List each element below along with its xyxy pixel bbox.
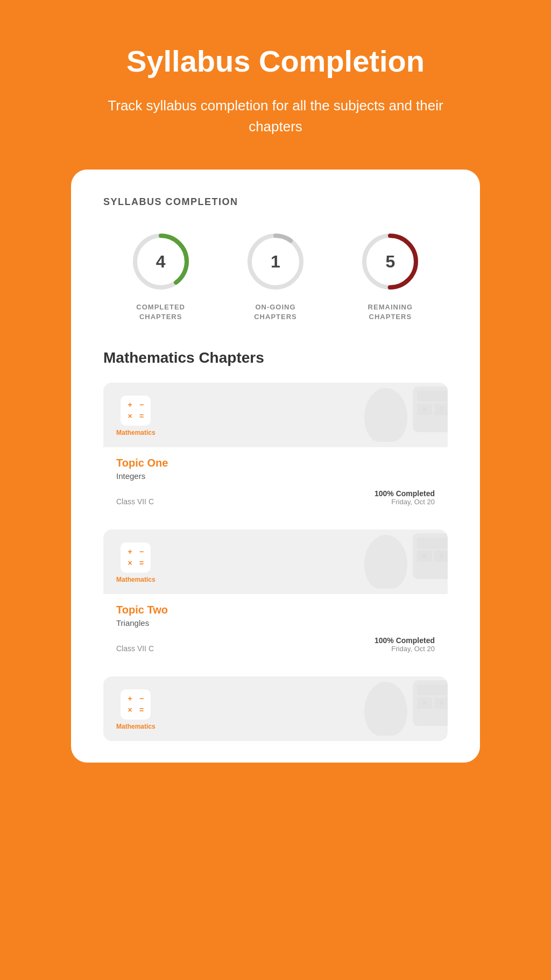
completion-info-1: 100% Completed Friday, Oct 20 <box>375 489 435 506</box>
topic-title-2: Topic Two <box>116 604 435 616</box>
header-section: Syllabus Completion Track syllabus compl… <box>0 43 551 170</box>
calc-minus-3: − <box>137 694 147 704</box>
calc-icon-3: + − × = <box>121 689 151 720</box>
bg-calc-screen-2 <box>417 538 448 548</box>
topic-subtitle-1: Integers <box>116 471 435 481</box>
stat-ongoing-value: 1 <box>271 252 280 272</box>
topic-subtitle-2: Triangles <box>116 618 435 628</box>
calc-equals-2: = <box>137 558 147 568</box>
bg-calc-eq-2: = <box>434 551 448 562</box>
chapter-card-1-top: + − × = Mathematics × = <box>103 383 448 447</box>
completion-percent-1: 100% Completed <box>375 489 435 498</box>
calc-equals-3: = <box>137 705 147 715</box>
donut-ongoing: 1 <box>243 229 308 294</box>
stat-remaining: 5 REMAININGCHAPTERS <box>358 229 422 322</box>
completion-info-2: 100% Completed Friday, Oct 20 <box>375 636 435 653</box>
calc-times-3: × <box>125 705 135 715</box>
calc-times: × <box>125 411 135 421</box>
chapter-card-3-top: + − × = Mathematics × = <box>103 676 448 741</box>
bg-decoration-1: × = <box>364 383 448 442</box>
calc-times-2: × <box>125 558 135 568</box>
bg-decoration-3: × = <box>364 676 448 736</box>
stat-completed-value: 4 <box>156 252 166 272</box>
bg-silhouette-3 <box>364 682 407 736</box>
bg-calc-3: × = <box>413 680 448 726</box>
class-label-2: Class VII C <box>116 644 154 653</box>
stat-ongoing-label: ON-GOINGCHAPTERS <box>254 302 297 322</box>
math-chapters-title: Mathematics Chapters <box>103 349 448 366</box>
chapter-card-2-bottom: Topic Two Triangles Class VII C 100% Com… <box>103 594 448 664</box>
donut-remaining: 5 <box>358 229 422 294</box>
subject-label-1: Mathematics <box>116 429 156 436</box>
bg-calc-eq-3: = <box>434 697 448 709</box>
subject-icon-1: + − × = Mathematics <box>116 396 156 436</box>
page-title: Syllabus Completion <box>54 43 497 79</box>
stat-completed-label: COMPLETEDCHAPTERS <box>136 302 185 322</box>
chapter-card-2-top: + − × = Mathematics × = <box>103 530 448 594</box>
subject-label-3: Mathematics <box>116 723 156 730</box>
stat-remaining-value: 5 <box>385 252 395 272</box>
calc-icon-1: + − × = <box>121 396 151 426</box>
calc-minus: − <box>137 400 147 410</box>
donut-completed: 4 <box>129 229 193 294</box>
completion-date-2: Friday, Oct 20 <box>375 645 435 653</box>
main-card: SYLLABUS COMPLETION 4 COMPLETEDCHAPTERS … <box>71 170 480 762</box>
subject-icon-3: + − × = Mathematics <box>116 689 156 730</box>
calc-plus-3: + <box>125 694 135 704</box>
chapter-card-2[interactable]: + − × = Mathematics × = Topic Two Triang… <box>103 530 448 664</box>
stat-remaining-label: REMAININGCHAPTERS <box>368 302 413 322</box>
bg-silhouette-1 <box>364 388 407 442</box>
stats-row: 4 COMPLETEDCHAPTERS 1 ON-GOINGCHAPTERS <box>103 229 448 322</box>
completion-date-1: Friday, Oct 20 <box>375 498 435 506</box>
chapter-card-1[interactable]: + − × = Mathematics × = Topic One Intege… <box>103 383 448 517</box>
calc-minus-2: − <box>137 547 147 557</box>
class-label-1: Class VII C <box>116 497 154 506</box>
bg-silhouette-2 <box>364 535 407 589</box>
completion-percent-2: 100% Completed <box>375 636 435 645</box>
bg-decoration-2: × = <box>364 530 448 589</box>
bg-calc-screen-1 <box>417 391 448 401</box>
page-subtitle: Track syllabus completion for all the su… <box>103 95 448 137</box>
calc-equals: = <box>137 411 147 421</box>
calc-plus: + <box>125 400 135 410</box>
bg-calc-eq: = <box>434 404 448 415</box>
bg-calc-x-2: × <box>417 551 432 562</box>
calc-plus-2: + <box>125 547 135 557</box>
stat-ongoing: 1 ON-GOINGCHAPTERS <box>243 229 308 322</box>
stat-completed: 4 COMPLETEDCHAPTERS <box>129 229 193 322</box>
chapter-meta-2: Class VII C 100% Completed Friday, Oct 2… <box>116 636 435 653</box>
chapter-card-3[interactable]: + − × = Mathematics × = <box>103 676 448 741</box>
bg-calc-x-3: × <box>417 697 432 709</box>
bg-calc-screen-3 <box>417 685 448 695</box>
chapter-meta-1: Class VII C 100% Completed Friday, Oct 2… <box>116 489 435 506</box>
subject-icon-2: + − × = Mathematics <box>116 542 156 583</box>
bg-calc-2: × = <box>413 533 448 579</box>
calc-icon-2: + − × = <box>121 542 151 573</box>
bg-calc-x: × <box>417 404 432 415</box>
chapter-card-1-bottom: Topic One Integers Class VII C 100% Comp… <box>103 447 448 517</box>
subject-label-2: Mathematics <box>116 576 156 583</box>
bg-calc-1: × = <box>413 386 448 432</box>
section-label: SYLLABUS COMPLETION <box>103 196 448 208</box>
topic-title-1: Topic One <box>116 457 435 469</box>
